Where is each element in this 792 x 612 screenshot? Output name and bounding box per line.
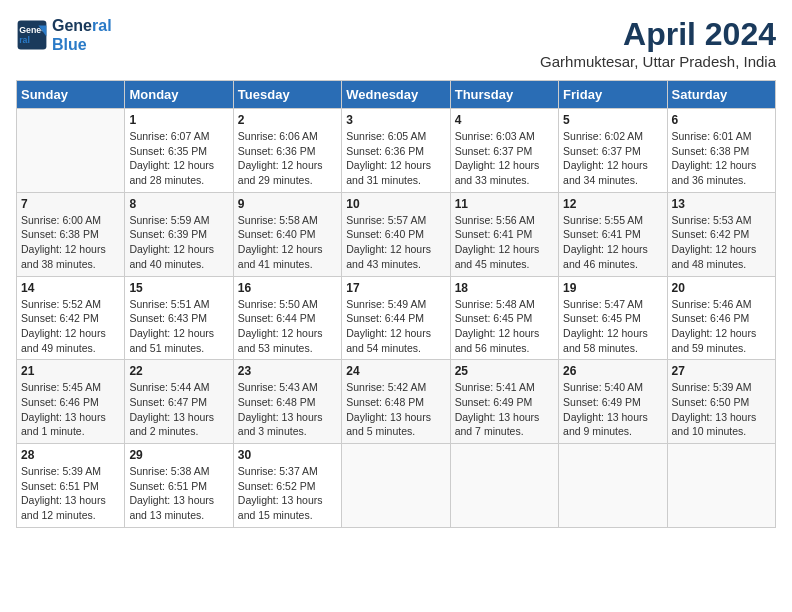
day-info: Sunrise: 5:39 AM Sunset: 6:50 PM Dayligh… xyxy=(672,380,771,439)
day-info: Sunrise: 5:52 AM Sunset: 6:42 PM Dayligh… xyxy=(21,297,120,356)
day-info: Sunrise: 6:00 AM Sunset: 6:38 PM Dayligh… xyxy=(21,213,120,272)
calendar-cell: 6Sunrise: 6:01 AM Sunset: 6:38 PM Daylig… xyxy=(667,109,775,193)
day-number: 12 xyxy=(563,197,662,211)
calendar-cell: 5Sunrise: 6:02 AM Sunset: 6:37 PM Daylig… xyxy=(559,109,667,193)
day-number: 8 xyxy=(129,197,228,211)
day-number: 4 xyxy=(455,113,554,127)
day-number: 9 xyxy=(238,197,337,211)
day-number: 18 xyxy=(455,281,554,295)
day-info: Sunrise: 6:06 AM Sunset: 6:36 PM Dayligh… xyxy=(238,129,337,188)
title-area: April 2024 Garhmuktesar, Uttar Pradesh, … xyxy=(540,16,776,70)
calendar-cell: 30Sunrise: 5:37 AM Sunset: 6:52 PM Dayli… xyxy=(233,444,341,528)
calendar-header-sunday: Sunday xyxy=(17,81,125,109)
calendar-cell: 15Sunrise: 5:51 AM Sunset: 6:43 PM Dayli… xyxy=(125,276,233,360)
day-number: 1 xyxy=(129,113,228,127)
day-number: 2 xyxy=(238,113,337,127)
day-number: 23 xyxy=(238,364,337,378)
calendar-cell: 7Sunrise: 6:00 AM Sunset: 6:38 PM Daylig… xyxy=(17,192,125,276)
calendar-cell: 12Sunrise: 5:55 AM Sunset: 6:41 PM Dayli… xyxy=(559,192,667,276)
calendar-header-friday: Friday xyxy=(559,81,667,109)
calendar-cell: 3Sunrise: 6:05 AM Sunset: 6:36 PM Daylig… xyxy=(342,109,450,193)
main-title: April 2024 xyxy=(540,16,776,53)
day-number: 7 xyxy=(21,197,120,211)
day-number: 19 xyxy=(563,281,662,295)
day-number: 26 xyxy=(563,364,662,378)
day-info: Sunrise: 6:07 AM Sunset: 6:35 PM Dayligh… xyxy=(129,129,228,188)
logo: Gene- ral General Blue xyxy=(16,16,112,54)
day-number: 5 xyxy=(563,113,662,127)
day-info: Sunrise: 5:50 AM Sunset: 6:44 PM Dayligh… xyxy=(238,297,337,356)
calendar-cell: 16Sunrise: 5:50 AM Sunset: 6:44 PM Dayli… xyxy=(233,276,341,360)
day-number: 16 xyxy=(238,281,337,295)
calendar-cell: 8Sunrise: 5:59 AM Sunset: 6:39 PM Daylig… xyxy=(125,192,233,276)
day-info: Sunrise: 5:49 AM Sunset: 6:44 PM Dayligh… xyxy=(346,297,445,356)
calendar-table: SundayMondayTuesdayWednesdayThursdayFrid… xyxy=(16,80,776,528)
logo-icon: Gene- ral xyxy=(16,19,48,51)
day-info: Sunrise: 5:39 AM Sunset: 6:51 PM Dayligh… xyxy=(21,464,120,523)
calendar-cell: 1Sunrise: 6:07 AM Sunset: 6:35 PM Daylig… xyxy=(125,109,233,193)
calendar-header-thursday: Thursday xyxy=(450,81,558,109)
calendar-cell: 26Sunrise: 5:40 AM Sunset: 6:49 PM Dayli… xyxy=(559,360,667,444)
calendar-cell: 2Sunrise: 6:06 AM Sunset: 6:36 PM Daylig… xyxy=(233,109,341,193)
day-number: 14 xyxy=(21,281,120,295)
day-info: Sunrise: 5:53 AM Sunset: 6:42 PM Dayligh… xyxy=(672,213,771,272)
day-number: 11 xyxy=(455,197,554,211)
header: Gene- ral General Blue April 2024 Garhmu… xyxy=(16,16,776,70)
day-info: Sunrise: 6:01 AM Sunset: 6:38 PM Dayligh… xyxy=(672,129,771,188)
calendar-cell: 17Sunrise: 5:49 AM Sunset: 6:44 PM Dayli… xyxy=(342,276,450,360)
day-number: 10 xyxy=(346,197,445,211)
calendar-cell: 18Sunrise: 5:48 AM Sunset: 6:45 PM Dayli… xyxy=(450,276,558,360)
day-info: Sunrise: 6:03 AM Sunset: 6:37 PM Dayligh… xyxy=(455,129,554,188)
day-number: 21 xyxy=(21,364,120,378)
calendar-cell: 9Sunrise: 5:58 AM Sunset: 6:40 PM Daylig… xyxy=(233,192,341,276)
day-number: 17 xyxy=(346,281,445,295)
calendar-cell xyxy=(17,109,125,193)
day-info: Sunrise: 5:41 AM Sunset: 6:49 PM Dayligh… xyxy=(455,380,554,439)
calendar-cell: 23Sunrise: 5:43 AM Sunset: 6:48 PM Dayli… xyxy=(233,360,341,444)
day-number: 3 xyxy=(346,113,445,127)
day-info: Sunrise: 5:37 AM Sunset: 6:52 PM Dayligh… xyxy=(238,464,337,523)
calendar-week-5: 28Sunrise: 5:39 AM Sunset: 6:51 PM Dayli… xyxy=(17,444,776,528)
day-info: Sunrise: 5:51 AM Sunset: 6:43 PM Dayligh… xyxy=(129,297,228,356)
day-info: Sunrise: 5:40 AM Sunset: 6:49 PM Dayligh… xyxy=(563,380,662,439)
day-number: 20 xyxy=(672,281,771,295)
day-info: Sunrise: 5:46 AM Sunset: 6:46 PM Dayligh… xyxy=(672,297,771,356)
calendar-cell: 20Sunrise: 5:46 AM Sunset: 6:46 PM Dayli… xyxy=(667,276,775,360)
calendar-cell: 21Sunrise: 5:45 AM Sunset: 6:46 PM Dayli… xyxy=(17,360,125,444)
calendar-week-1: 1Sunrise: 6:07 AM Sunset: 6:35 PM Daylig… xyxy=(17,109,776,193)
calendar-header-saturday: Saturday xyxy=(667,81,775,109)
calendar-header-wednesday: Wednesday xyxy=(342,81,450,109)
day-number: 27 xyxy=(672,364,771,378)
calendar-cell: 22Sunrise: 5:44 AM Sunset: 6:47 PM Dayli… xyxy=(125,360,233,444)
calendar-week-4: 21Sunrise: 5:45 AM Sunset: 6:46 PM Dayli… xyxy=(17,360,776,444)
calendar-cell xyxy=(667,444,775,528)
calendar-cell: 4Sunrise: 6:03 AM Sunset: 6:37 PM Daylig… xyxy=(450,109,558,193)
day-number: 15 xyxy=(129,281,228,295)
logo-text: General Blue xyxy=(52,16,112,54)
day-number: 13 xyxy=(672,197,771,211)
day-number: 22 xyxy=(129,364,228,378)
calendar-cell: 10Sunrise: 5:57 AM Sunset: 6:40 PM Dayli… xyxy=(342,192,450,276)
day-info: Sunrise: 5:44 AM Sunset: 6:47 PM Dayligh… xyxy=(129,380,228,439)
day-info: Sunrise: 5:45 AM Sunset: 6:46 PM Dayligh… xyxy=(21,380,120,439)
calendar-cell: 13Sunrise: 5:53 AM Sunset: 6:42 PM Dayli… xyxy=(667,192,775,276)
day-info: Sunrise: 5:56 AM Sunset: 6:41 PM Dayligh… xyxy=(455,213,554,272)
day-info: Sunrise: 5:57 AM Sunset: 6:40 PM Dayligh… xyxy=(346,213,445,272)
day-info: Sunrise: 5:43 AM Sunset: 6:48 PM Dayligh… xyxy=(238,380,337,439)
day-info: Sunrise: 5:48 AM Sunset: 6:45 PM Dayligh… xyxy=(455,297,554,356)
day-number: 6 xyxy=(672,113,771,127)
calendar-cell: 11Sunrise: 5:56 AM Sunset: 6:41 PM Dayli… xyxy=(450,192,558,276)
calendar-cell xyxy=(342,444,450,528)
day-number: 28 xyxy=(21,448,120,462)
calendar-cell: 28Sunrise: 5:39 AM Sunset: 6:51 PM Dayli… xyxy=(17,444,125,528)
calendar-week-3: 14Sunrise: 5:52 AM Sunset: 6:42 PM Dayli… xyxy=(17,276,776,360)
calendar-header-row: SundayMondayTuesdayWednesdayThursdayFrid… xyxy=(17,81,776,109)
day-number: 25 xyxy=(455,364,554,378)
day-info: Sunrise: 5:55 AM Sunset: 6:41 PM Dayligh… xyxy=(563,213,662,272)
calendar-cell xyxy=(559,444,667,528)
calendar-cell: 24Sunrise: 5:42 AM Sunset: 6:48 PM Dayli… xyxy=(342,360,450,444)
calendar-cell xyxy=(450,444,558,528)
day-info: Sunrise: 5:58 AM Sunset: 6:40 PM Dayligh… xyxy=(238,213,337,272)
svg-text:ral: ral xyxy=(19,35,30,45)
day-info: Sunrise: 6:05 AM Sunset: 6:36 PM Dayligh… xyxy=(346,129,445,188)
